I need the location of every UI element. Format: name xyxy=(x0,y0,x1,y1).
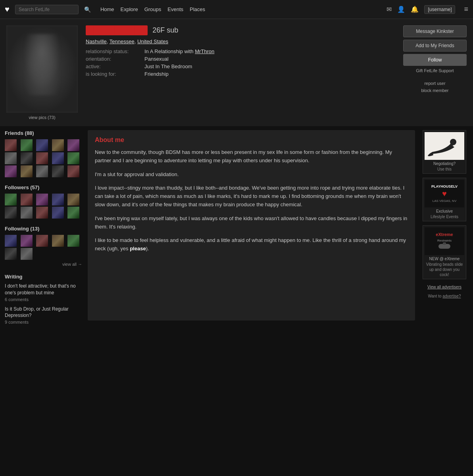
nav-icons: ✉ 👤 🔔 [username] ≡ xyxy=(386,5,468,14)
report-link[interactable]: report user xyxy=(403,81,467,86)
hamburger-menu[interactable]: ≡ xyxy=(464,5,468,13)
follower-avatar[interactable] xyxy=(21,207,33,219)
friend-avatar[interactable] xyxy=(5,139,17,151)
orientation-value: Pansexual xyxy=(144,56,395,62)
ad-playhouse-image[interactable]: PLAYHOUSELV ♥ LAS VEGAS, NV xyxy=(425,180,464,207)
writing-item-comments-1: 6 comments xyxy=(5,297,82,302)
view-pics-link[interactable]: view pics (73) xyxy=(29,115,55,120)
follower-avatar[interactable] xyxy=(67,194,79,205)
following-avatar[interactable] xyxy=(52,235,64,247)
messages-icon[interactable]: ✉ xyxy=(386,6,392,13)
search-button[interactable]: 🔍 xyxy=(82,6,93,13)
friend-avatar[interactable] xyxy=(36,139,48,151)
nav-events[interactable]: Events xyxy=(167,6,183,12)
relationship-label: relationship status: xyxy=(86,48,141,54)
friends-grid xyxy=(5,139,82,177)
friend-avatar[interactable] xyxy=(21,152,33,164)
following-grid xyxy=(5,235,82,260)
partner-link[interactable]: MrThron xyxy=(195,48,214,54)
writing-item-title-1[interactable]: I don't feel attractive; but that's no o… xyxy=(5,283,82,296)
friend-avatar[interactable] xyxy=(67,165,79,177)
friend-avatar[interactable] xyxy=(21,139,33,151)
profile-icon[interactable]: 👤 xyxy=(397,6,405,13)
writing-item-2: Is it Sub Drop, or Just Regular Depressi… xyxy=(5,306,82,325)
ad-xtreme-image[interactable]: eXtreme Restraints xyxy=(425,227,464,255)
add-friend-button[interactable]: Add to My Friends xyxy=(403,40,467,52)
follow-button[interactable]: Follow xyxy=(403,54,467,66)
nav-explore[interactable]: Explore xyxy=(121,6,138,12)
profile-actions-col: Message Kinkster Add to My Friends Follo… xyxy=(403,25,467,93)
search-input[interactable] xyxy=(15,5,79,14)
right-sidebar: Negotiating? Use this PLAYHOUSELV ♥ LAS … xyxy=(421,130,468,298)
following-avatar[interactable] xyxy=(5,248,17,260)
bio-bold: please xyxy=(130,246,146,251)
profile-info-col: ███████████ 26F sub Nashville, Tennessee… xyxy=(86,25,395,77)
ad-xtreme: eXtreme Restraints NEW @ eXtreme Vibrati… xyxy=(423,225,466,279)
lv-text: LAS VEGAS, NV xyxy=(433,199,456,203)
advertise-link[interactable]: advertise? xyxy=(442,294,461,298)
bio-para-4: I've been trying wax on myself lately, b… xyxy=(95,215,408,231)
gift-link[interactable]: Gift FetLife Support xyxy=(403,68,467,73)
heart-icon: ♥ xyxy=(442,189,447,198)
username-display[interactable]: [username] xyxy=(424,5,455,14)
block-link[interactable]: block member xyxy=(403,88,467,93)
follower-avatar[interactable] xyxy=(5,194,17,205)
bio-para-5: I like to be made to feel helpless and v… xyxy=(95,236,408,253)
following-section: Following (13) view all → xyxy=(5,226,82,267)
navbar: ♥ 🔍 Home Explore Groups Events Places ✉ … xyxy=(0,0,473,19)
follower-avatar[interactable] xyxy=(52,207,64,219)
following-avatar[interactable] xyxy=(36,235,48,247)
view-all-advertisers-link[interactable]: View all advertisers xyxy=(427,285,461,289)
notifications-icon[interactable]: 🔔 xyxy=(411,6,419,13)
ad-playhouse-title: Exclusive xyxy=(425,209,464,213)
view-all-link[interactable]: view all → xyxy=(5,262,82,267)
bio-text: New to the community, though BDSM has mo… xyxy=(95,148,408,253)
main-content: Friends (88) Followers (57) xyxy=(0,126,473,336)
follower-avatar[interactable] xyxy=(5,207,17,219)
bio-para-1: New to the community, though BDSM has mo… xyxy=(95,148,408,165)
ad-negotiating-title: Negotiating? xyxy=(425,161,464,166)
bio-section-title: About me xyxy=(95,136,408,144)
active-label: active: xyxy=(86,63,141,69)
looking-for-label: is looking for: xyxy=(86,71,141,77)
nav-places[interactable]: Places xyxy=(190,6,205,12)
friend-avatar[interactable] xyxy=(21,165,33,177)
svg-text:Restraints: Restraints xyxy=(437,239,452,242)
followers-grid xyxy=(5,194,82,219)
friend-avatar[interactable] xyxy=(5,152,17,164)
friend-avatar[interactable] xyxy=(36,152,48,164)
city-link[interactable]: Nashville xyxy=(86,38,107,44)
following-avatar[interactable] xyxy=(21,235,33,247)
nav-groups[interactable]: Groups xyxy=(144,6,162,12)
country-link[interactable]: United States xyxy=(137,38,168,44)
follower-avatar[interactable] xyxy=(36,194,48,205)
ad-negotiating-desc: Use this xyxy=(425,167,464,172)
friend-avatar[interactable] xyxy=(67,152,79,164)
ad-negotiating: Negotiating? Use this xyxy=(423,130,466,174)
follower-avatar[interactable] xyxy=(36,207,48,219)
following-avatar[interactable] xyxy=(21,248,33,260)
ad-playhouse: PLAYHOUSELV ♥ LAS VEGAS, NV Exclusive Li… xyxy=(423,178,466,221)
follower-avatar[interactable] xyxy=(52,194,64,205)
friend-avatar[interactable] xyxy=(52,165,64,177)
profile-photo-col: view pics (73) xyxy=(6,25,78,120)
friend-avatar[interactable] xyxy=(36,165,48,177)
ad-negotiating-image[interactable] xyxy=(425,132,464,160)
profile-title: 26F sub xyxy=(152,26,178,35)
following-avatar[interactable] xyxy=(5,235,17,247)
state-link[interactable]: Tennessee xyxy=(110,38,135,44)
svg-text:eXtreme: eXtreme xyxy=(436,232,453,237)
friend-avatar[interactable] xyxy=(52,152,64,164)
follower-avatar[interactable] xyxy=(21,194,33,205)
message-button[interactable]: Message Kinkster xyxy=(403,25,467,37)
friend-avatar[interactable] xyxy=(5,165,17,177)
following-title: Following (13) xyxy=(5,226,82,232)
profile-header: view pics (73) ███████████ 26F sub Nashv… xyxy=(0,19,473,126)
friend-avatar[interactable] xyxy=(67,139,79,151)
writing-item-title-2[interactable]: Is it Sub Drop, or Just Regular Depressi… xyxy=(5,306,82,319)
nav-home[interactable]: Home xyxy=(100,6,114,12)
friend-avatar[interactable] xyxy=(52,139,64,151)
followers-section: Followers (57) xyxy=(5,184,82,219)
following-avatar[interactable] xyxy=(67,235,79,247)
follower-avatar[interactable] xyxy=(67,207,79,219)
